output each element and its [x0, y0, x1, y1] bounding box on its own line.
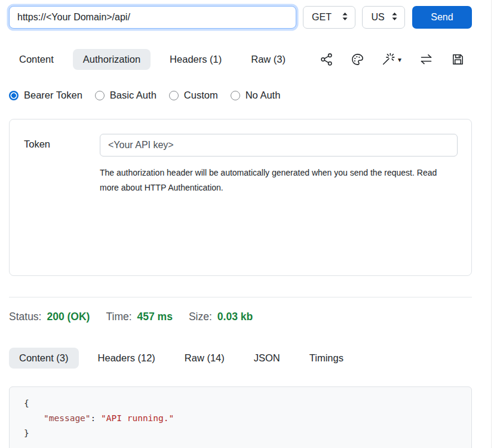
code-line: { — [24, 396, 457, 411]
token-main: The authorization header will be automat… — [100, 134, 458, 275]
size-value: 0.03 kb — [217, 311, 253, 323]
resp-tab-raw[interactable]: Raw (14) — [174, 348, 235, 369]
request-bar: GET US Send — [9, 6, 472, 29]
region-select-value: US — [371, 12, 384, 23]
code-separator: : — [91, 413, 101, 423]
radio-basic-auth[interactable] — [95, 91, 105, 100]
auth-option-label: Custom — [184, 90, 218, 101]
page-right-divider — [491, 0, 492, 448]
updown-arrow-icon — [391, 12, 398, 23]
section-divider — [9, 297, 472, 297]
status-label: Status: — [9, 311, 41, 323]
size-item: Size: 0.03 kb — [189, 311, 253, 323]
size-label: Size: — [189, 311, 212, 323]
auth-option-label: Basic Auth — [110, 90, 157, 101]
code-line: "message": "API running." — [24, 411, 457, 426]
status-item: Status: 200 (OK) — [9, 311, 90, 323]
palette-icon[interactable] — [351, 53, 364, 66]
auth-option-custom[interactable]: Custom — [169, 90, 218, 101]
resp-tab-headers[interactable]: Headers (12) — [88, 348, 165, 369]
time-item: Time: 457 ms — [106, 311, 172, 323]
method-select[interactable]: GET — [303, 6, 355, 29]
region-select[interactable]: US — [362, 6, 405, 29]
send-button[interactable]: Send — [412, 6, 472, 29]
time-value: 457 ms — [137, 311, 173, 323]
time-label: Time: — [106, 311, 131, 323]
tab-raw[interactable]: Raw (3) — [241, 49, 296, 70]
resp-tab-json[interactable]: JSON — [244, 348, 290, 369]
code-value: "API running." — [101, 413, 174, 423]
code-close-brace: } — [24, 428, 29, 438]
tab-content[interactable]: Content — [9, 49, 64, 70]
radio-bearer-token[interactable] — [9, 91, 19, 100]
tab-headers[interactable]: Headers (1) — [159, 49, 232, 70]
auth-option-label: Bearer Token — [24, 90, 82, 101]
resp-tab-timings[interactable]: Timings — [299, 348, 354, 369]
api-tester-page: GET US Send Content Authorization Header… — [0, 0, 472, 448]
request-toolbar: ▾ — [320, 53, 472, 66]
response-tabs: Content (3) Headers (12) Raw (14) JSON T… — [9, 348, 472, 369]
response-body: { "message": "API running." } — [9, 386, 472, 448]
auth-options: Bearer Token Basic Auth Custom No Auth — [9, 90, 472, 101]
code-line: } — [24, 426, 457, 441]
request-tabs-row: Content Authorization Headers (1) Raw (3… — [9, 49, 472, 70]
auth-option-label: No Auth — [246, 90, 281, 101]
status-value: 200 (OK) — [47, 311, 90, 323]
response-status-row: Status: 200 (OK) Time: 457 ms Size: 0.03… — [9, 311, 472, 323]
method-select-value: GET — [312, 12, 332, 23]
magic-wand-icon[interactable]: ▾ — [382, 53, 401, 66]
swap-arrows-icon[interactable] — [419, 53, 434, 66]
url-input[interactable] — [9, 6, 296, 29]
token-input[interactable] — [100, 134, 458, 157]
code-open-brace: { — [24, 398, 29, 408]
updown-arrow-icon — [341, 12, 349, 23]
code-key: "message" — [44, 413, 91, 423]
token-label: Token — [24, 134, 100, 275]
token-panel: Token The authorization header will be a… — [9, 119, 472, 276]
resp-tab-content[interactable]: Content (3) — [9, 348, 79, 369]
share-icon[interactable] — [320, 53, 333, 66]
radio-custom[interactable] — [169, 91, 179, 100]
save-icon[interactable] — [451, 53, 465, 66]
tab-authorization[interactable]: Authorization — [73, 49, 151, 70]
radio-no-auth[interactable] — [231, 91, 240, 100]
caret-down-icon: ▾ — [398, 56, 401, 63]
auth-option-bearer-token[interactable]: Bearer Token — [9, 90, 82, 101]
auth-option-no-auth[interactable]: No Auth — [231, 90, 281, 101]
request-tabs: Content Authorization Headers (1) Raw (3… — [9, 49, 296, 70]
auth-option-basic-auth[interactable]: Basic Auth — [95, 90, 157, 101]
token-help-text: The authorization header will be automat… — [100, 165, 458, 195]
